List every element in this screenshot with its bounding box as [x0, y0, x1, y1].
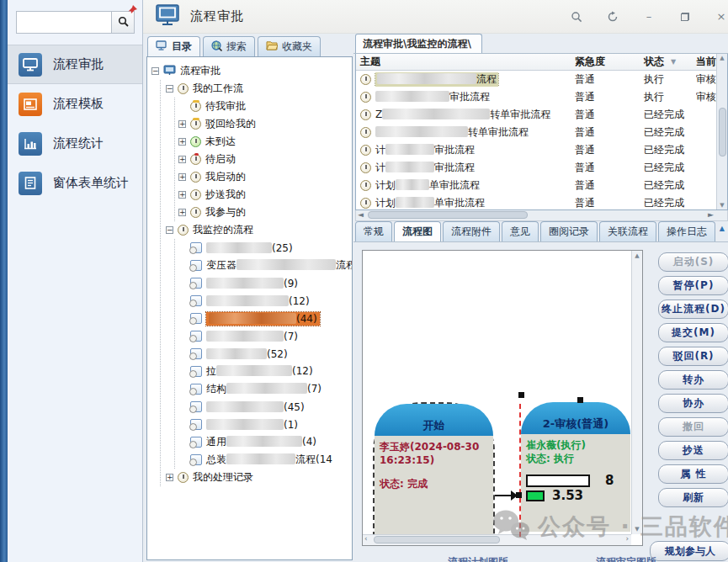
- pause-button[interactable]: 暂停(P): [658, 276, 728, 295]
- tab-general[interactable]: 常规: [355, 221, 392, 241]
- table-row[interactable]: 计划单审批流程 普通 已经完成: [356, 177, 727, 194]
- toggle-icon[interactable]: −: [166, 226, 173, 234]
- sidebar-item-process-template[interactable]: 流程模板: [8, 84, 142, 124]
- column-status[interactable]: 状态▼: [644, 55, 696, 69]
- toggle-icon[interactable]: +: [178, 156, 186, 163]
- scroll-up-icon[interactable]: ▲: [635, 252, 639, 259]
- scrollbar-thumb[interactable]: [368, 211, 528, 219]
- tree-item-monitored[interactable]: (1): [178, 416, 352, 433]
- withdraw-button[interactable]: 撤回: [658, 417, 728, 437]
- tab-flow-diagram[interactable]: 流程图: [394, 221, 441, 241]
- search-input[interactable]: [17, 12, 111, 33]
- sidebar-item-process-approval[interactable]: 流程审批: [8, 45, 142, 84]
- tree-item-monitored[interactable]: (52): [178, 345, 352, 363]
- table-row[interactable]: 计审批流程 普通 已经完成: [356, 141, 727, 159]
- plan-participants-button[interactable]: 规划参与人: [650, 541, 728, 561]
- restore-button[interactable]: [678, 10, 692, 24]
- tab-opinions[interactable]: 意见: [502, 221, 539, 241]
- refresh-icon[interactable]: [606, 10, 619, 24]
- tree-group-monitored[interactable]: − 我监控的流程: [166, 221, 352, 239]
- tab-scroll-up-icon[interactable]: ▲: [720, 225, 725, 232]
- tree-item-monitored[interactable]: (9): [178, 274, 352, 292]
- assist-button[interactable]: 协办: [658, 394, 728, 413]
- tree-group-my-workflow[interactable]: − 我的工作流: [166, 80, 352, 98]
- terminate-button[interactable]: 终止流程(D): [658, 300, 728, 319]
- breadcrumb-tab[interactable]: 流程审批\我监控的流程\: [355, 34, 482, 53]
- table-horizontal-scrollbar[interactable]: ◄ ►: [355, 210, 728, 221]
- tree-item-monitored[interactable]: 通用(4): [178, 433, 352, 451]
- tree-item-not-arrived[interactable]: + 未到达: [178, 133, 352, 151]
- toggle-icon[interactable]: +: [178, 209, 186, 216]
- refresh-button[interactable]: 刷新: [658, 488, 728, 507]
- diagram-node-review[interactable]: 2-审核(普通) 崔永薇(执行) 状态: 执行 8 3.53: [521, 402, 630, 532]
- tab-related[interactable]: 关联流程: [599, 221, 656, 241]
- scrollbar-thumb[interactable]: [719, 108, 726, 156]
- scroll-up-icon[interactable]: ▲: [720, 55, 724, 61]
- toggle-icon[interactable]: +: [178, 173, 186, 181]
- tree-item-monitored[interactable]: 拉(12): [178, 363, 352, 380]
- tab-log[interactable]: 操作日志: [658, 221, 715, 241]
- sidebar-item-process-statistics[interactable]: 流程统计: [8, 124, 142, 163]
- tree-item-monitored[interactable]: (12): [178, 292, 352, 310]
- table-row[interactable]: 流程 普通 执行 审核/: [356, 71, 727, 88]
- tree-item-monitored[interactable]: 变压器流程(: [178, 257, 352, 274]
- tab-search[interactable]: 搜索: [203, 36, 255, 56]
- diagram-node-start[interactable]: 开始 李玉婷(2024-08-30 16:23:15) 状态: 完成: [373, 402, 495, 537]
- table-row[interactable]: 转单审批流程 普通 已经完成: [356, 124, 727, 141]
- tree-item-monitored[interactable]: 总装流程(14: [178, 451, 352, 469]
- tree-item-monitored-selected[interactable]: (44): [178, 310, 352, 327]
- tree-item-rejected-to-me[interactable]: + 驳回给我的: [178, 115, 352, 133]
- scrollbar-thumb[interactable]: [374, 536, 500, 543]
- titlebar-search-icon[interactable]: [570, 10, 583, 24]
- tree-item-participated[interactable]: + 我参与的: [178, 204, 352, 221]
- cc-button[interactable]: 抄送: [658, 441, 728, 460]
- tab-directory[interactable]: 目录: [147, 36, 200, 56]
- properties-button[interactable]: 属 性: [658, 464, 728, 484]
- tree-item-to-start[interactable]: + 待启动: [178, 151, 352, 168]
- canvas-horizontal-scrollbar[interactable]: ‹ ›: [363, 534, 631, 545]
- flow-diagram-canvas[interactable]: 开始 李玉婷(2024-08-30 16:23:15) 状态: 完成: [362, 250, 643, 546]
- toggle-icon[interactable]: +: [166, 474, 173, 481]
- tree-item-cc-to-me[interactable]: + 抄送我的: [178, 186, 352, 204]
- tab-circulation[interactable]: 圈阅记录: [540, 221, 598, 241]
- table-row[interactable]: 计划单审批流程 普通 已经完成: [356, 194, 727, 210]
- toggle-icon[interactable]: +: [178, 138, 186, 146]
- reject-button[interactable]: 驳回(R): [658, 347, 728, 366]
- tree-item-monitored[interactable]: (45): [178, 398, 352, 416]
- tree-root[interactable]: − 流程审批: [151, 62, 352, 80]
- start-button[interactable]: 启动(S): [658, 252, 728, 272]
- toggle-icon[interactable]: +: [178, 120, 186, 128]
- tab-favorites[interactable]: 收藏夹: [258, 36, 321, 56]
- toggle-icon[interactable]: −: [166, 85, 173, 93]
- tree-item-monitored[interactable]: 结构(7): [178, 380, 352, 398]
- scroll-left-icon[interactable]: ◄: [358, 210, 364, 219]
- scroll-right-icon[interactable]: ›: [625, 534, 629, 543]
- toggle-icon[interactable]: −: [151, 67, 159, 75]
- column-subject[interactable]: 主题: [356, 55, 573, 69]
- selection-handle[interactable]: [577, 397, 583, 403]
- close-button[interactable]: ×: [715, 10, 728, 24]
- transfer-button[interactable]: 转办: [658, 370, 728, 390]
- tab-attachments[interactable]: 流程附件: [443, 221, 500, 241]
- toggle-icon[interactable]: +: [178, 191, 186, 199]
- scroll-right-icon[interactable]: ►: [708, 210, 714, 219]
- table-row[interactable]: Z转单审批流程 普通 已经完成: [356, 106, 727, 124]
- submit-button[interactable]: 提交(M): [658, 323, 728, 342]
- tree-group-my-records[interactable]: + 我的处理记录: [166, 469, 352, 486]
- tree-item-monitored[interactable]: (7): [178, 327, 352, 345]
- table-row[interactable]: 计审批流程 普通 已经完成: [356, 159, 727, 177]
- selection-handle[interactable]: [518, 392, 524, 398]
- tree-item-pending-approval[interactable]: 待我审批: [178, 98, 352, 115]
- sidebar-item-form-statistics[interactable]: 窗体表单统计: [8, 163, 142, 203]
- scroll-down-icon[interactable]: ▼: [720, 202, 724, 209]
- connection-point[interactable]: [516, 492, 522, 498]
- tree-item-started-by-me[interactable]: + 我启动的: [178, 168, 352, 186]
- canvas-vertical-scrollbar[interactable]: ▲ ▼: [631, 251, 642, 534]
- minimize-button[interactable]: –: [642, 10, 656, 24]
- table-row[interactable]: 审批流程 普通 执行 审核/: [356, 88, 727, 106]
- pin-icon[interactable]: [127, 3, 138, 19]
- column-urgency[interactable]: 紧急度: [573, 55, 644, 69]
- scroll-down-icon[interactable]: ▼: [635, 526, 639, 533]
- table-vertical-scrollbar[interactable]: ▲ ▼: [716, 54, 727, 209]
- tree-item-monitored[interactable]: (25): [178, 239, 352, 257]
